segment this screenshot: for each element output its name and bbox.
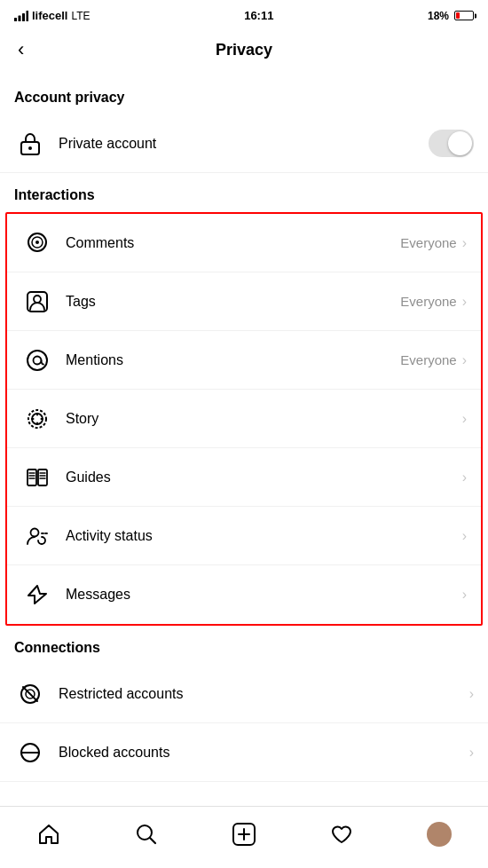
restricted-icon <box>14 678 46 710</box>
guides-icon <box>21 462 53 493</box>
guides-row[interactable]: Guides › <box>7 448 481 507</box>
messages-icon <box>21 579 53 611</box>
connections-title: Connections <box>0 626 488 665</box>
status-bar: lifecell LTE 16:11 18% <box>0 0 488 28</box>
story-chevron: › <box>462 411 467 427</box>
blocked-accounts-row[interactable]: Blocked accounts › <box>0 723 488 782</box>
lock-icon <box>14 128 46 160</box>
nav-add[interactable] <box>222 815 266 854</box>
activity-status-label: Activity status <box>66 528 457 544</box>
restricted-accounts-row[interactable]: Restricted accounts › <box>0 665 488 723</box>
svg-point-5 <box>28 146 32 150</box>
guides-label: Guides <box>66 470 457 485</box>
svg-point-27 <box>31 528 39 536</box>
tags-label: Tags <box>66 294 400 310</box>
guides-chevron: › <box>462 470 467 485</box>
svg-point-8 <box>35 241 39 244</box>
svg-point-10 <box>34 296 41 303</box>
comments-label: Comments <box>66 235 400 251</box>
page-header: ‹ Privacy <box>0 28 488 75</box>
svg-rect-1 <box>19 15 21 21</box>
messages-chevron: › <box>462 587 467 603</box>
tags-chevron: › <box>462 294 467 310</box>
activity-status-icon <box>21 520 53 552</box>
bottom-navigation <box>0 806 488 868</box>
private-account-row[interactable]: Private account <box>0 114 488 173</box>
home-icon <box>37 823 60 846</box>
interactions-section: Interactions Comments Everyone › <box>0 173 488 626</box>
story-row[interactable]: Story › <box>7 390 481 448</box>
nav-likes[interactable] <box>319 815 364 854</box>
comments-value: Everyone <box>400 235 456 250</box>
svg-rect-2 <box>22 13 25 21</box>
svg-rect-20 <box>38 470 47 485</box>
svg-rect-3 <box>27 11 29 21</box>
tags-row[interactable]: Tags Everyone › <box>7 272 481 331</box>
blocked-icon <box>14 737 46 769</box>
svg-rect-19 <box>28 470 36 485</box>
messages-label: Messages <box>66 587 457 603</box>
svg-point-12 <box>34 356 42 364</box>
mentions-icon <box>21 344 53 376</box>
svg-point-11 <box>28 351 47 370</box>
messages-row[interactable]: Messages › <box>7 565 481 624</box>
connections-section: Connections Restricted accounts › Blocke… <box>0 626 488 782</box>
blocked-chevron: › <box>469 745 474 761</box>
tags-icon <box>21 286 53 318</box>
network-type: LTE <box>71 10 90 22</box>
activity-status-chevron: › <box>462 528 467 544</box>
story-label: Story <box>66 411 457 427</box>
activity-status-row[interactable]: Activity status › <box>7 507 481 565</box>
mentions-row[interactable]: Mentions Everyone › <box>7 331 481 390</box>
nav-profile[interactable] <box>417 815 461 854</box>
private-account-toggle[interactable] <box>429 130 474 157</box>
avatar <box>427 822 452 847</box>
signal-icon <box>14 11 28 21</box>
back-button[interactable]: ‹ <box>14 35 28 65</box>
mentions-chevron: › <box>462 352 467 368</box>
svg-rect-0 <box>14 18 17 21</box>
status-time: 16:11 <box>244 9 273 22</box>
heart-icon <box>330 823 353 846</box>
blocked-accounts-label: Blocked accounts <box>59 745 469 761</box>
tags-value: Everyone <box>400 294 456 309</box>
comments-row[interactable]: Comments Everyone › <box>7 214 481 272</box>
mentions-value: Everyone <box>400 352 456 367</box>
battery-info: 18% <box>428 10 474 22</box>
story-icon <box>21 403 53 435</box>
page-title: Privacy <box>216 41 272 59</box>
restricted-accounts-label: Restricted accounts <box>59 686 469 702</box>
nav-search[interactable] <box>124 815 169 854</box>
search-icon <box>135 823 158 846</box>
carrier-info: lifecell LTE <box>14 9 91 22</box>
mentions-label: Mentions <box>66 352 400 368</box>
battery-percent: 18% <box>428 10 449 22</box>
add-icon <box>232 822 256 847</box>
carrier-name: lifecell <box>32 9 67 22</box>
battery-icon <box>454 11 474 20</box>
svg-line-37 <box>150 838 155 843</box>
account-privacy-section: Account privacy Private account <box>0 75 488 173</box>
comments-chevron: › <box>462 235 467 251</box>
comments-icon <box>21 227 53 259</box>
interactions-highlight-box: Comments Everyone › Tags Everyone › <box>5 212 483 626</box>
interactions-title: Interactions <box>0 173 488 212</box>
account-privacy-title: Account privacy <box>0 75 488 114</box>
restricted-chevron: › <box>469 686 474 702</box>
nav-home[interactable] <box>27 815 71 854</box>
private-account-label: Private account <box>59 136 429 152</box>
